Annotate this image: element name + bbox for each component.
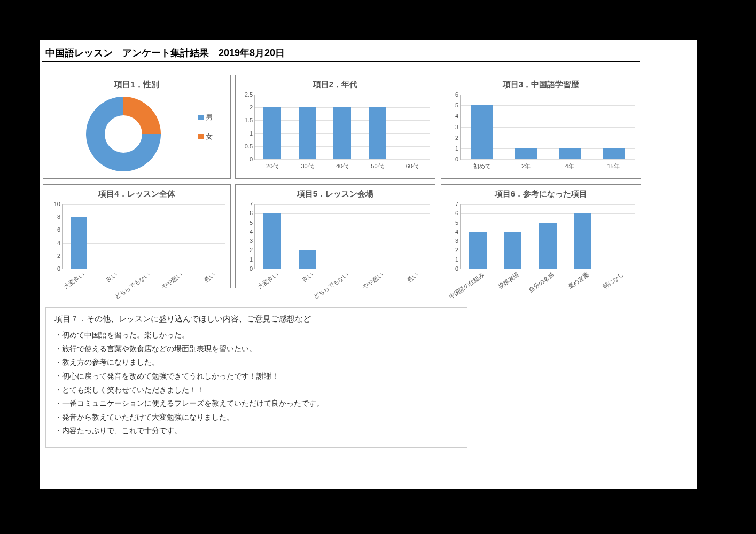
gridline	[255, 159, 430, 160]
bar	[263, 213, 281, 269]
comment-line: ・一番コミュニケーションに使えるフレーズを教えていただけて良かったです。	[54, 397, 458, 411]
gridline	[255, 260, 430, 260]
x-tick-label: 大変良い	[63, 271, 87, 291]
y-tick-label: 2.5	[240, 91, 253, 98]
y-tick-label: 0.5	[240, 143, 253, 150]
y-tick-label: 2	[446, 247, 458, 253]
gridline	[461, 213, 635, 214]
plot-area: 00.511.522.520代30代40代50代60代	[254, 95, 430, 160]
gridline	[63, 256, 225, 256]
comment-line: ・教え方の参考になりました。	[54, 356, 458, 370]
x-tick-label: 特になし	[602, 271, 626, 291]
comment-line: ・内容たっぷりで、これで十分です。	[54, 424, 458, 438]
gridline	[63, 269, 225, 269]
x-tick-label: 30代	[301, 162, 313, 170]
bar	[299, 107, 316, 159]
y-tick-label: 4	[446, 229, 458, 235]
chart-title: 項目4．レッスン全体	[43, 189, 230, 199]
gridline	[461, 204, 635, 205]
gridline	[63, 217, 225, 217]
bar	[559, 148, 581, 159]
plot-area: 0246810大変良い良いどちらでもないやや悪い悪い	[62, 204, 225, 269]
gridline	[255, 269, 430, 269]
chart-title: 項目1．性別	[43, 80, 230, 90]
y-tick-label: 2	[48, 253, 60, 259]
chart-title: 項目5．レッスン会場	[236, 189, 435, 199]
comment-line: ・初心に戻って発音を改めて勉強できてうれしかったです！謝謝！	[54, 370, 458, 383]
legend-label-male: 男	[206, 113, 213, 122]
legend-male: 男	[198, 113, 213, 122]
bar	[504, 232, 522, 269]
x-tick-label: 中国語の仕組み	[448, 271, 486, 301]
chart-age: 項目2．年代 00.511.522.520代30代40代50代60代	[235, 75, 435, 179]
y-tick-label: 5	[446, 102, 458, 108]
y-tick-label: 0	[446, 265, 458, 272]
gridline	[255, 204, 430, 205]
y-tick-label: 2	[446, 135, 458, 141]
x-tick-label: 良い	[301, 271, 315, 284]
bar	[333, 107, 351, 159]
plot-area: 01234567大変良い良いどちらでもないやや悪い悪い	[254, 204, 430, 269]
comments-box: 項目７．その他、レッスンに盛り込んでほしい内容、ご意見ご感想など ・初めて中国語…	[45, 307, 467, 448]
bar	[471, 105, 493, 159]
y-tick-label: 0	[446, 156, 458, 162]
chart-title: 項目2．年代	[236, 80, 435, 90]
x-tick-label: 初めて	[473, 162, 491, 170]
gridline	[461, 269, 635, 269]
bar	[263, 107, 281, 159]
x-tick-label: 40代	[336, 162, 348, 170]
y-tick-label: 6	[446, 91, 458, 98]
chart-history: 項目3．中国語学習歴 0123456初めて2年4年15年	[441, 75, 641, 179]
x-tick-label: 50代	[371, 162, 383, 170]
x-tick-label: 大変良い	[256, 271, 280, 291]
y-tick-label: 6	[240, 210, 253, 216]
y-tick-label: 0	[240, 265, 253, 272]
bar	[71, 217, 87, 269]
y-tick-label: 3	[446, 124, 458, 130]
y-tick-label: 5	[240, 219, 253, 226]
report-page: 中国語レッスン アンケート集計結果 2019年8月20日 項目1．性別 男 女 …	[40, 40, 697, 489]
bar	[603, 148, 625, 159]
title-underline	[42, 61, 640, 62]
donut-chart	[86, 97, 161, 171]
chart-useful-items: 項目6．参考になった項目 01234567中国語の仕組み挨拶表現自分の名前褒め言…	[441, 184, 641, 288]
bar	[515, 148, 537, 159]
chart-gender: 項目1．性別 男 女	[43, 75, 231, 179]
comments-body: ・初めて中国語を習った。楽しかった。・旅行で使える言葉や飲食店などの場面別表現を…	[54, 328, 458, 438]
y-tick-label: 10	[48, 201, 60, 207]
y-tick-label: 6	[48, 226, 60, 233]
plot-area: 01234567中国語の仕組み挨拶表現自分の名前褒め言葉特になし	[460, 204, 635, 269]
gridline	[255, 241, 430, 241]
bar	[574, 213, 592, 269]
legend-swatch-blue	[198, 115, 204, 120]
y-tick-label: 7	[446, 201, 458, 207]
x-tick-label: 良い	[105, 271, 119, 284]
y-tick-label: 4	[446, 113, 458, 119]
y-tick-label: 3	[240, 238, 253, 244]
comment-line: ・初めて中国語を習った。楽しかった。	[54, 328, 458, 342]
x-tick-label: やや悪い	[361, 271, 385, 291]
chart-title: 項目6．参考になった項目	[441, 189, 641, 199]
gridline	[255, 232, 430, 232]
y-tick-label: 1	[446, 256, 458, 263]
x-tick-label: 15年	[607, 162, 620, 170]
legend-female: 女	[198, 132, 213, 142]
gridline	[63, 230, 225, 230]
y-tick-label: 1.5	[240, 117, 253, 123]
y-tick-label: 2	[240, 104, 253, 111]
comment-line: ・旅行で使える言葉や飲食店などの場面別表現を習いたい。	[54, 342, 458, 356]
comment-line: ・とても楽しく笑わせていただきました！！	[54, 383, 458, 397]
gridline	[255, 223, 430, 223]
x-tick-label: どちらでもない	[113, 271, 152, 301]
x-tick-label: 20代	[266, 162, 278, 170]
y-tick-label: 6	[446, 210, 458, 216]
x-tick-label: 60代	[406, 162, 418, 170]
legend: 男 女	[198, 113, 213, 151]
page-title: 中国語レッスン アンケート集計結果 2019年8月20日	[45, 46, 285, 59]
x-tick-label: どちらでもない	[311, 271, 350, 301]
comment-line: ・発音から教えていただけて大変勉強になりました。	[54, 411, 458, 425]
gridline	[255, 250, 430, 250]
x-tick-label: 挨拶表現	[497, 271, 521, 291]
y-tick-label: 1	[446, 145, 458, 152]
donut-hole	[105, 115, 142, 153]
